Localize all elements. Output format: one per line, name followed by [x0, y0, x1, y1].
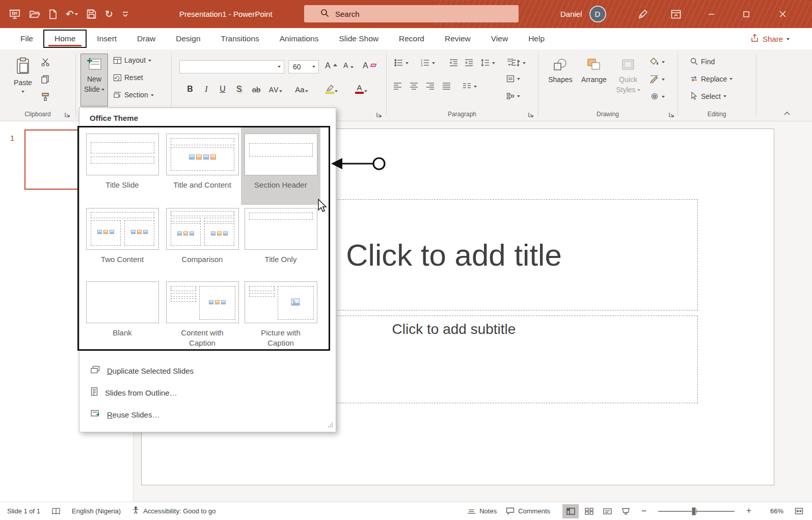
font-size-chevron-icon[interactable] — [312, 66, 315, 69]
zoom-slider-thumb[interactable] — [692, 507, 696, 515]
slides-from-outline-item[interactable]: Slides from Outline… — [79, 383, 337, 402]
arrange-button[interactable]: Arrange — [579, 55, 609, 84]
tab-record[interactable]: Record — [389, 31, 435, 47]
presentation-icon[interactable] — [9, 9, 20, 19]
tab-view[interactable]: View — [481, 31, 518, 47]
quick-styles-button[interactable]: Quick Styles — [613, 55, 643, 95]
increase-indent-button[interactable] — [465, 59, 473, 67]
font-dialog-launcher[interactable] — [376, 111, 382, 117]
character-spacing-button[interactable]: AV — [267, 82, 284, 96]
zoom-slider[interactable] — [658, 507, 735, 515]
format-painter-button[interactable] — [41, 92, 50, 101]
maximize-button[interactable] — [732, 0, 761, 28]
fit-slide-to-window-button[interactable] — [791, 504, 807, 518]
tab-insert[interactable]: Insert — [87, 31, 127, 47]
clear-formatting-button[interactable]: A — [363, 61, 376, 70]
bold-button[interactable]: B — [183, 82, 197, 96]
align-right-button[interactable] — [426, 82, 435, 90]
language-indicator[interactable]: English (Nigeria) — [72, 507, 121, 515]
font-name-combo[interactable] — [179, 60, 284, 73]
columns-button[interactable] — [463, 82, 477, 90]
paste-button[interactable]: Paste — [10, 54, 36, 94]
layout-two-content[interactable]: Two Content — [83, 204, 162, 278]
zoom-level[interactable]: 66% — [762, 507, 783, 515]
underline-button[interactable]: U — [216, 82, 229, 96]
layout-blank[interactable]: Blank — [83, 277, 162, 352]
layout-title-and-content[interactable]: Title and Content — [163, 129, 242, 204]
new-slide-chevron-icon[interactable] — [101, 89, 104, 92]
ribbon-display-options-icon[interactable] — [665, 0, 687, 28]
bullets-button[interactable] — [394, 59, 409, 67]
shape-outline-button[interactable] — [650, 75, 665, 83]
duplicate-selected-slides-item[interactable]: Duplicate Selected Slides — [79, 361, 337, 380]
comments-button[interactable]: Comments — [506, 507, 550, 515]
align-left-button[interactable] — [393, 82, 402, 90]
highlight-color-button[interactable] — [322, 82, 341, 96]
tab-review[interactable]: Review — [435, 31, 481, 47]
tab-animations[interactable]: Animations — [269, 31, 329, 47]
collapse-ribbon-button[interactable] — [783, 111, 791, 116]
change-case-button[interactable]: Aa — [292, 82, 311, 96]
drawing-dialog-launcher[interactable] — [668, 111, 674, 117]
shape-fill-button[interactable] — [650, 58, 665, 66]
layout-title-only[interactable]: Title Only — [241, 204, 320, 278]
clipboard-dialog-launcher[interactable] — [64, 111, 70, 117]
decrease-indent-button[interactable] — [449, 59, 458, 67]
justify-button[interactable] — [442, 82, 451, 90]
tab-home[interactable]: Home — [43, 30, 87, 48]
notes-button[interactable]: Notes — [467, 507, 497, 515]
tab-file[interactable]: File — [10, 31, 43, 47]
accessibility-status[interactable]: Accessibility: Good to go — [132, 506, 215, 516]
text-direction-button[interactable] — [506, 58, 520, 65]
convert-to-smartart-button[interactable] — [506, 92, 520, 100]
customize-qat-icon[interactable] — [122, 11, 129, 17]
avatar[interactable]: D — [589, 6, 606, 22]
layout-button[interactable]: Layout — [113, 56, 151, 64]
minimize-button[interactable] — [696, 0, 726, 28]
slide-show-button[interactable] — [617, 504, 634, 518]
line-spacing-button[interactable] — [481, 59, 495, 67]
layout-picture-with-caption[interactable]: Picture with Caption — [241, 277, 320, 352]
tab-help[interactable]: Help — [518, 31, 555, 47]
font-name-chevron-icon[interactable] — [278, 66, 281, 69]
undo-button[interactable]: ↶ — [66, 9, 78, 19]
share-button[interactable]: Share — [750, 28, 790, 49]
paragraph-dialog-launcher[interactable] — [528, 111, 534, 117]
layout-title-slide[interactable]: Title Slide — [83, 129, 162, 204]
zoom-out-button[interactable]: − — [636, 504, 652, 518]
shrink-font-button[interactable]: A — [343, 61, 354, 69]
redo-button[interactable]: ↻ — [105, 9, 113, 19]
strikethrough-button[interactable]: ab — [249, 82, 264, 96]
open-icon[interactable] — [29, 10, 40, 19]
inking-pen-icon[interactable] — [632, 0, 654, 28]
tab-transitions[interactable]: Transitions — [211, 31, 269, 47]
font-color-button[interactable]: A — [351, 82, 371, 96]
numbering-button[interactable]: 123 — [421, 59, 435, 67]
shapes-button[interactable]: Shapes — [546, 55, 575, 84]
slide-indicator[interactable]: Slide 1 of 1 — [7, 507, 40, 515]
new-file-icon[interactable] — [49, 9, 57, 19]
dropdown-resize-grip[interactable] — [328, 421, 333, 430]
layout-content-with-caption[interactable]: Content with Caption — [163, 277, 242, 352]
reset-button[interactable]: Reset — [113, 73, 143, 82]
italic-button[interactable]: I — [200, 82, 213, 96]
zoom-in-button[interactable]: + — [741, 504, 757, 518]
search-input[interactable]: Search — [304, 5, 519, 22]
new-slide-button[interactable]: New Slide — [80, 54, 108, 107]
shape-effects-button[interactable] — [650, 92, 665, 100]
normal-view-button[interactable] — [562, 504, 579, 518]
share-chevron-icon[interactable] — [787, 38, 790, 42]
copy-button[interactable] — [41, 75, 50, 84]
font-size-combo[interactable]: 60 — [288, 60, 319, 73]
save-button[interactable] — [87, 9, 96, 19]
cut-button[interactable] — [41, 58, 50, 67]
tab-design[interactable]: Design — [166, 31, 210, 47]
layout-section-header[interactable]: Section Header — [241, 127, 320, 205]
align-text-button[interactable] — [506, 75, 520, 83]
reuse-slides-item[interactable]: Reuse Slides… — [79, 405, 337, 424]
align-center-button[interactable] — [410, 82, 418, 90]
close-button[interactable] — [768, 0, 797, 28]
layout-comparison[interactable]: Comparison — [163, 204, 242, 278]
paste-chevron-icon[interactable] — [21, 91, 24, 94]
select-button[interactable]: Select — [690, 92, 726, 100]
